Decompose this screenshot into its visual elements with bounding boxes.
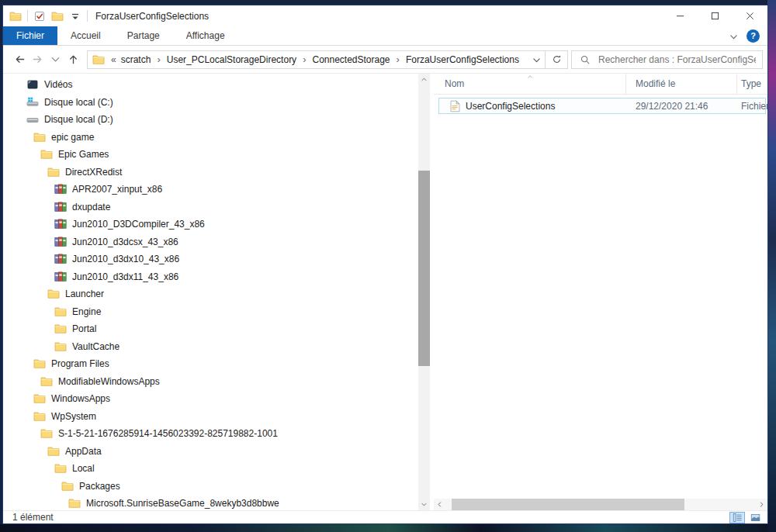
tree-scrollbar-track[interactable] xyxy=(418,85,430,499)
tree-item-disque-local-c[interactable]: Disque local (C:) xyxy=(3,94,418,112)
breadcrumb-segments: scratch›User_PCLocalStorageDirectory›Con… xyxy=(120,54,521,65)
close-button[interactable] xyxy=(733,5,767,26)
tree-item-packages[interactable]: Packages xyxy=(3,478,418,496)
desktop: ForzaUserConfigSelections FichierAccueil… xyxy=(0,0,776,532)
view-switcher xyxy=(729,512,763,523)
details-view-button[interactable] xyxy=(729,512,745,523)
scroll-down-icon[interactable] xyxy=(418,499,430,510)
disk-icon xyxy=(26,96,39,109)
tree-item-label: VaultCache xyxy=(72,341,120,352)
tree-item-jun2010-d3dcsx-43-x86[interactable]: Jun2010_d3dcsx_43_x86 xyxy=(3,233,418,251)
back-button[interactable] xyxy=(11,50,29,68)
folder-icon xyxy=(54,323,67,335)
new-folder-icon[interactable] xyxy=(51,10,64,22)
tree-item-label: DirectXRedist xyxy=(65,167,122,178)
tree-item-launcher[interactable]: Launcher xyxy=(3,285,418,303)
quick-access-toolbar: ForzaUserConfigSelections xyxy=(3,10,209,22)
tree-item-program-files[interactable]: Program Files xyxy=(3,355,418,373)
tree-item-directxredist[interactable]: DirectXRedist xyxy=(3,164,418,181)
tree-item-modifiablewindowsapps[interactable]: ModifiableWindowsApps xyxy=(3,373,418,391)
tree-item-label: APR2007_xinput_x86 xyxy=(72,184,162,195)
file-name-cell: UserConfigSelections xyxy=(439,100,626,112)
archive-icon xyxy=(54,236,67,248)
search-input[interactable] xyxy=(597,54,757,66)
file-row-userconfigselections[interactable]: UserConfigSelections29/12/2020 21:46Fich… xyxy=(438,98,766,114)
tree-item-label: Engine xyxy=(72,306,101,317)
tab-partage[interactable]: Partage xyxy=(114,26,173,45)
tree-item-appdata[interactable]: AppData xyxy=(3,443,418,461)
properties-check-icon[interactable] xyxy=(33,10,46,22)
tree-item-epic-games[interactable]: Epic Games xyxy=(3,146,418,164)
tree-item-epic-game[interactable]: epic game xyxy=(3,129,418,147)
tree-item-local[interactable]: Local xyxy=(3,460,418,478)
tab-affichage[interactable]: Affichage xyxy=(173,26,238,45)
window-controls xyxy=(663,5,767,26)
refresh-button[interactable] xyxy=(546,50,568,69)
scroll-right-icon[interactable] xyxy=(756,499,767,510)
folder-icon xyxy=(54,462,67,475)
separator xyxy=(27,10,28,22)
folder-icon xyxy=(54,340,67,353)
maximize-button[interactable] xyxy=(698,5,733,26)
folder-icon xyxy=(54,306,67,318)
folder-icon xyxy=(47,445,60,458)
tree-item-videos[interactable]: Vidéos xyxy=(3,76,418,94)
ribbon: FichierAccueilPartageAffichage ? xyxy=(3,26,767,46)
filelist-scrollbar-track[interactable] xyxy=(445,499,756,510)
filelist-scrollbar-thumb[interactable] xyxy=(452,499,684,510)
history-dropdown-icon[interactable] xyxy=(47,50,64,68)
tree-item-portal[interactable]: Portal xyxy=(3,320,418,338)
tab-fichier[interactable]: Fichier xyxy=(3,26,57,45)
tab-accueil[interactable]: Accueil xyxy=(57,26,114,45)
search-icon xyxy=(580,54,591,65)
folder-icon xyxy=(68,497,81,510)
tree-item-s-1-5-21-1676285914-1456023392-825719882-1001[interactable]: S-1-5-21-1676285914-1456023392-825719882… xyxy=(3,425,418,443)
help-icon[interactable]: ? xyxy=(747,29,760,43)
scroll-left-icon[interactable] xyxy=(434,499,445,510)
column-header-type[interactable]: Type xyxy=(736,74,767,94)
column-header-modifie-le[interactable]: Modifié le xyxy=(625,74,736,94)
tree-item-jun2010-d3dx11-43-x86[interactable]: Jun2010_d3dx11_43_x86 xyxy=(3,268,418,286)
folder-icon xyxy=(61,480,74,492)
status-bar: 1 élément xyxy=(3,510,767,523)
tree-item-label: Packages xyxy=(79,481,120,492)
tree-item-wpsystem[interactable]: WpSystem xyxy=(3,408,418,426)
tree-item-engine[interactable]: Engine xyxy=(3,303,418,321)
folder-icon xyxy=(33,410,46,423)
forward-button[interactable] xyxy=(29,50,47,68)
ribbon-expand-icon[interactable] xyxy=(729,31,739,41)
large-icons-view-button[interactable] xyxy=(747,512,763,523)
tree-item-disque-local-d[interactable]: Disque local (D:) xyxy=(3,111,418,129)
tree-item-label: Vidéos xyxy=(44,79,72,90)
breadcrumb-segment-user-pclocalstoragedirectory[interactable]: User_PCLocalStorageDirectory xyxy=(165,54,298,65)
tree-item-vaultcache[interactable]: VaultCache xyxy=(3,338,418,356)
tree-scrollbar[interactable] xyxy=(418,74,430,510)
folder-icon xyxy=(40,427,53,440)
sort-ascending-icon[interactable] xyxy=(526,74,534,80)
separator xyxy=(87,10,88,22)
column-header-nom[interactable]: Nom xyxy=(434,74,625,94)
toolbar: « scratch›User_PCLocalStorageDirectory›C… xyxy=(3,46,767,74)
tree-item-microsoft-sunrisebasegame-8wekyb3d8bbwe[interactable]: Microsoft.SunriseBaseGame_8wekyb3d8bbwe xyxy=(3,495,418,510)
up-button[interactable] xyxy=(64,50,82,68)
minimize-button[interactable] xyxy=(663,5,698,26)
column-headers: NomModifié leType xyxy=(434,74,767,95)
tree-item-windowsapps[interactable]: WindowsApps xyxy=(3,390,418,408)
tree-item-dxupdate[interactable]: dxupdate xyxy=(3,199,418,216)
breadcrumb-overflow[interactable]: « xyxy=(108,54,120,65)
tree-item-jun2010-d3dx10-43-x86[interactable]: Jun2010_d3dx10_43_x86 xyxy=(3,250,418,268)
address-bar[interactable]: « scratch›User_PCLocalStorageDirectory›C… xyxy=(87,50,546,69)
tree-item-label: Epic Games xyxy=(58,149,109,160)
archive-icon xyxy=(54,218,67,230)
tree-scrollbar-thumb[interactable] xyxy=(418,171,430,366)
qat-customize-icon[interactable] xyxy=(69,10,81,22)
breadcrumb-segment-forzauserconfigselections[interactable]: ForzaUserConfigSelections xyxy=(404,54,521,65)
breadcrumb-segment-scratch[interactable]: scratch xyxy=(120,54,153,65)
tree-item-jun2010-d3dcompiler-43-x86[interactable]: Jun2010_D3DCompiler_43_x86 xyxy=(3,216,418,233)
address-dropdown-icon[interactable] xyxy=(532,54,542,64)
tree-item-apr2007-xinput-x86[interactable]: APR2007_xinput_x86 xyxy=(3,181,418,199)
scroll-up-icon[interactable] xyxy=(418,74,430,85)
filelist-scrollbar[interactable] xyxy=(434,499,767,510)
tree-item-label: Jun2010_d3dx11_43_x86 xyxy=(72,271,178,282)
breadcrumb-segment-connectedstorage[interactable]: ConnectedStorage xyxy=(310,54,391,65)
